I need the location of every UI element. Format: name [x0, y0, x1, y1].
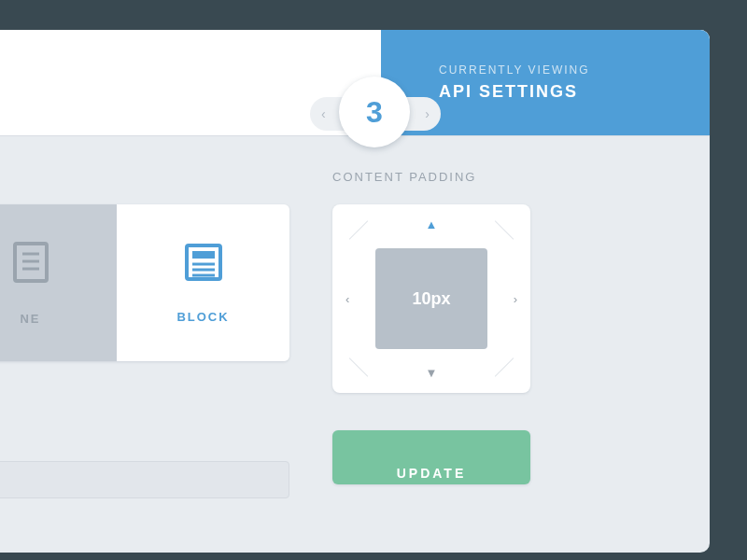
viewing-title: API SETTINGS [439, 82, 710, 102]
option-inline-label: NE [20, 312, 40, 326]
viewing-eyebrow: CURRENTLY VIEWING [439, 63, 710, 77]
padding-increase-top[interactable]: ▲ [426, 217, 438, 231]
padding-increase-right[interactable]: › [514, 292, 517, 306]
option-card-block[interactable]: BLOCK [117, 204, 289, 361]
svg-rect-5 [192, 251, 215, 259]
document-outline-icon [12, 241, 49, 287]
padding-increase-left[interactable]: ‹ [345, 292, 349, 306]
step-prev-button[interactable]: ‹ [321, 106, 326, 121]
padding-value-display: 10px [375, 248, 487, 349]
formatting-control[interactable] [0, 461, 289, 498]
padding-increase-bottom[interactable]: ▼ [426, 366, 438, 380]
step-number-badge: 3 [339, 77, 410, 147]
settings-panel: CURRENTLY VIEWING API SETTINGS ‹ › 3 PTI… [0, 30, 710, 553]
content-padding-widget: 10px ▲ ▼ ‹ › [332, 204, 530, 393]
update-button[interactable]: UPDATE [332, 430, 530, 484]
option-block-label: BLOCK [176, 310, 229, 324]
step-next-button[interactable]: › [425, 106, 430, 121]
option-card-inline[interactable]: NE [0, 204, 117, 361]
block-layout-icon [184, 243, 223, 286]
padding-section-label: CONTENT PADDING [332, 170, 670, 184]
options-card-row: NE BLOCK [0, 204, 289, 361]
formatting-section-label: ATTING [0, 430, 289, 444]
options-section-label: PTIONS [0, 170, 289, 184]
